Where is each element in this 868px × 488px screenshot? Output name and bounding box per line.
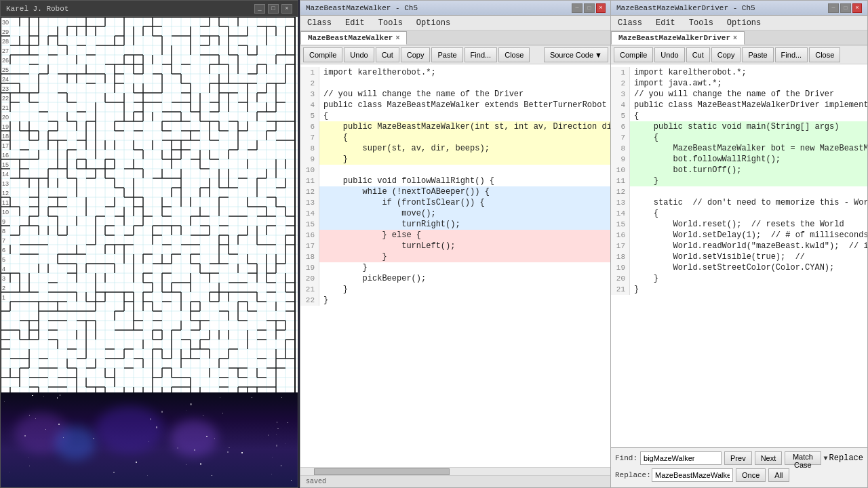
- source-code-btn[interactable]: Source Code ▼: [544, 47, 608, 62]
- line-num-left-4: 5: [300, 110, 319, 121]
- line-num-right-1: 2: [611, 78, 630, 89]
- editor-left-minimize[interactable]: ─: [572, 3, 583, 13]
- editor-left-status: saved: [300, 475, 611, 487]
- line-code-left-11: while (!nextToABeeper()) {: [319, 186, 611, 197]
- star-5: [147, 475, 148, 476]
- menu-right-class[interactable]: Class: [611, 16, 649, 30]
- editor-left-titlebar: MazeBeastMazeWalker - Ch5 ─ □ ×: [300, 1, 611, 16]
- prev-btn[interactable]: Prev: [724, 451, 752, 465]
- code-line-left-0: 1import kareltherobot.*;: [300, 67, 611, 78]
- code-line-right-2: 3// you will change the name of the Driv…: [611, 89, 867, 100]
- undo-btn[interactable]: Undo: [344, 47, 374, 62]
- match-case-btn[interactable]: Match Case: [785, 451, 821, 465]
- next-btn[interactable]: Next: [755, 451, 783, 465]
- editor-right-minimize[interactable]: ─: [828, 3, 839, 13]
- find-input[interactable]: [640, 451, 722, 465]
- editor-right-code-area[interactable]: 1import kareltherobot.*;2import java.awt…: [611, 64, 867, 447]
- close-btn[interactable]: Close: [498, 47, 530, 62]
- star-13: [28, 458, 29, 458]
- karel-content: [1, 17, 298, 487]
- line-code-right-0: import kareltherobot.*;: [630, 67, 867, 78]
- cut-btn[interactable]: Cut: [376, 47, 399, 62]
- line-code-left-13: move();: [319, 208, 611, 219]
- karel-titlebar: Karel J. Robot _ □ ×: [1, 1, 298, 17]
- star-49: [268, 434, 269, 435]
- code-line-right-14: 15 World.reset(); // resets the World: [611, 219, 867, 230]
- line-num-right-5: 6: [611, 121, 630, 132]
- line-code-left-6: {: [319, 132, 611, 143]
- menu-tools[interactable]: Tools: [372, 16, 410, 30]
- editor-right: MazeBeastMazeWalkerDriver - Ch5 ─ □ × Cl…: [610, 0, 868, 488]
- star-8: [220, 397, 220, 398]
- code-line-right-6: 7 {: [611, 132, 867, 143]
- code-line-right-0: 1import kareltherobot.*;: [611, 67, 867, 78]
- paste-btn[interactable]: Paste: [431, 47, 462, 62]
- right-compile-btn[interactable]: Compile: [614, 47, 653, 62]
- right-close-btn[interactable]: Close: [809, 47, 840, 62]
- editor-right-toolbar: Compile Undo Cut Copy Paste Find... Clos…: [611, 45, 867, 64]
- menu-right-options[interactable]: Options: [720, 16, 768, 30]
- editor-left: MazeBeastMazeWalker - Ch5 ─ □ × Class Ed…: [300, 0, 612, 488]
- right-find-btn[interactable]: Find...: [775, 47, 808, 62]
- line-code-right-7: MazeBeastMazeWalker bot = new MazeBeastM…: [630, 143, 867, 154]
- right-paste-btn[interactable]: Paste: [742, 47, 773, 62]
- star-23: [212, 475, 212, 476]
- compile-btn[interactable]: Compile: [303, 47, 342, 62]
- replace-input[interactable]: [652, 468, 733, 482]
- karel-restore-btn[interactable]: □: [268, 4, 279, 14]
- line-num-left-20: 21: [300, 284, 319, 295]
- right-copy-btn[interactable]: Copy: [711, 47, 741, 62]
- editor-right-maximize[interactable]: □: [840, 3, 851, 13]
- replace-dropdown[interactable]: ▼ Replace: [824, 453, 863, 463]
- line-num-left-8: 9: [300, 154, 319, 165]
- star-48: [43, 396, 44, 396]
- code-line-right-20: 21}: [611, 284, 867, 295]
- karel-close-btn[interactable]: ×: [281, 4, 292, 14]
- code-line-left-21: 22}: [300, 295, 611, 306]
- line-code-right-15: World.setDelay(1); // # of milliseconds …: [630, 230, 867, 241]
- editor-left-maximize[interactable]: □: [584, 3, 595, 13]
- line-code-right-17: World.setVisible(true); //: [630, 251, 867, 262]
- find-btn[interactable]: Find...: [465, 47, 498, 62]
- tab-mazebeast-driver[interactable]: MazeBeastMazeWalkerDriver ×: [611, 31, 745, 45]
- editor-left-close[interactable]: ×: [596, 3, 606, 13]
- tab-close-icon[interactable]: ×: [395, 35, 399, 42]
- code-line-left-18: 19 }: [300, 262, 611, 273]
- menu-right-tools[interactable]: Tools: [682, 16, 720, 30]
- line-code-right-4: {: [630, 110, 867, 121]
- code-line-left-11: 12 while (!nextToABeeper()) {: [300, 186, 611, 197]
- copy-btn[interactable]: Copy: [401, 47, 431, 62]
- star-25: [186, 464, 186, 465]
- once-btn[interactable]: Once: [736, 468, 766, 482]
- editor-left-code-area[interactable]: 1import kareltherobot.*;23// you will ch…: [300, 64, 611, 467]
- menu-class[interactable]: Class: [300, 16, 338, 30]
- star-0: [113, 472, 114, 472]
- star-45: [276, 445, 277, 446]
- menu-edit[interactable]: Edit: [338, 16, 372, 30]
- tab-mazebeast-walker[interactable]: MazeBeastMazeWalker ×: [300, 31, 407, 45]
- editor-right-close[interactable]: ×: [852, 3, 862, 13]
- all-btn[interactable]: All: [768, 468, 789, 482]
- line-code-left-12: if (frontIsClear()) {: [319, 197, 611, 208]
- scroll-thumb-left[interactable]: [314, 468, 450, 475]
- editor-left-scrollbar[interactable]: [300, 467, 611, 475]
- line-code-right-12: static // don't need to memorize this - …: [630, 197, 867, 208]
- code-line-right-7: 8 MazeBeastMazeWalker bot = new MazeBeas…: [611, 143, 867, 154]
- star-29: [288, 422, 288, 423]
- menu-options[interactable]: Options: [410, 16, 457, 30]
- star-17: [186, 410, 186, 411]
- line-num-right-17: 18: [611, 251, 630, 262]
- star-34: [161, 411, 163, 412]
- star-24: [136, 462, 137, 463]
- line-num-left-16: 17: [300, 241, 319, 251]
- right-undo-btn[interactable]: Undo: [654, 47, 684, 62]
- karel-minimize-btn[interactable]: _: [254, 4, 265, 14]
- line-code-left-9: [319, 165, 611, 176]
- right-cut-btn[interactable]: Cut: [686, 47, 710, 62]
- line-num-left-17: 18: [300, 251, 319, 262]
- menu-right-edit[interactable]: Edit: [649, 16, 682, 30]
- star-22: [285, 443, 285, 444]
- tab-driver-close-icon[interactable]: ×: [733, 35, 737, 42]
- star-32: [57, 397, 58, 398]
- star-10: [291, 480, 292, 481]
